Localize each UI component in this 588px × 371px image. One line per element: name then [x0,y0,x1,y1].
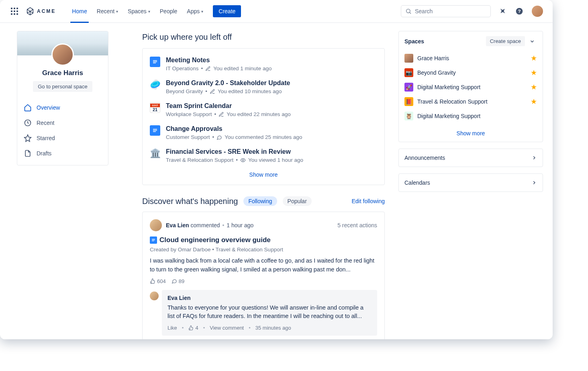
doc-icon [150,125,160,136]
space-avatar-icon [404,54,413,63]
app-frame: ACME HomeRecent▾Spaces▾PeopleApps▾ Creat… [0,0,553,339]
recent-item[interactable]: MAR21 Team Sprint Calendar Workplace Sup… [150,98,377,121]
notifications-icon[interactable] [497,6,508,16]
nav-item-spaces[interactable]: Spaces▾ [123,0,155,23]
tab-popular[interactable]: Popular [283,196,312,206]
svg-rect-5 [153,61,157,62]
search-input[interactable]: Search [401,5,491,17]
recent-item-title: Meeting Notes [166,57,377,64]
star-icon[interactable]: ★ [531,83,537,92]
top-nav: ACME HomeRecent▾Spaces▾PeopleApps▾ Creat… [0,0,553,23]
chevron-down-icon: ▾ [201,9,203,14]
emoji-icon: 🏛️ [150,148,160,159]
svg-rect-8 [153,130,157,131]
comment-time: 35 minutes ago [255,325,291,331]
recent-item-meta: IT Operations• You edited 1 minute ago [166,65,377,71]
collapsed-panel-calendars[interactable]: Calendars [398,173,543,192]
personal-space-button[interactable]: Go to personal space [33,81,92,92]
star-icon[interactable]: ★ [531,54,537,63]
profile-sidebar-card: Grace Harris Go to personal space Overvi… [17,31,108,165]
chevron-right-icon [531,180,537,186]
feed-comment: Eva Lien Thanks to everyone for your que… [162,290,377,336]
comment-like-button[interactable]: Like [167,325,177,331]
pickup-show-more[interactable]: Show more [150,167,377,181]
sidebar-item-starred[interactable]: Starred [17,130,108,146]
edit-following-link[interactable]: Edit following [352,198,385,204]
home-icon [24,104,32,112]
feed-activity-text: Eva Lien commented 1 hour ago [166,222,253,228]
star-icon[interactable]: ★ [531,97,537,106]
recent-item[interactable]: 🏛️ Financial Services - SRE Week in Revi… [150,144,377,167]
user-avatar[interactable] [532,6,543,17]
recent-item-title: Team Sprint Calendar [166,102,377,110]
feed-excerpt: I was walking back from a local cafe wit… [150,257,377,274]
space-item[interactable]: 📷Beyond Gravity★ [403,65,539,80]
feed-actor-avatar[interactable] [150,219,162,231]
create-button[interactable]: Create [213,5,241,17]
space-icon: 🚀 [404,83,413,92]
feed-stats: 604 89 [150,278,377,284]
feed-subtitle: Created by Omar Darboe • Travel & Reloca… [150,247,377,253]
recent-item-title: Change Approvals [166,125,377,132]
recent-item-title: Financial Services - SRE Week in Review [166,148,377,155]
space-item[interactable]: Grace Harris★ [403,51,539,65]
svg-rect-11 [152,239,155,239]
space-icon: 📕 [404,97,413,106]
brand-logo[interactable]: ACME [26,7,56,16]
spaces-dropdown-button[interactable] [527,37,537,46]
nav-item-home[interactable]: Home [67,0,92,23]
recent-item[interactable]: Meeting Notes IT Operations• You edited … [150,53,377,75]
spaces-show-more[interactable]: Show more [399,126,543,142]
star-icon[interactable]: ★ [531,68,537,77]
space-item[interactable]: 🦉Digital Marketing Support [403,109,539,123]
recent-item[interactable]: Change Approvals Customer Support• You c… [150,121,377,144]
space-item[interactable]: 📕Travel & Relocation Support★ [403,94,539,109]
space-item[interactable]: 🚀Digital Marketing Support★ [403,80,539,94]
svg-rect-12 [152,240,155,240]
recent-item-meta: Travel & Relocation Support• You viewed … [166,157,377,163]
recent-item-meta: Workplace Support• You edited 22 minutes… [166,111,377,117]
svg-rect-9 [153,131,156,132]
svg-rect-7 [153,129,157,130]
logo-icon [26,7,35,16]
svg-rect-13 [152,241,154,241]
spaces-panel-title: Spaces [404,38,424,45]
space-icon: 🦉 [404,112,413,120]
discover-header: Discover what's happening Following Popu… [142,196,385,206]
sidebar-item-recent[interactable]: Recent [17,115,108,130]
comment-like-count: 4 [188,325,198,331]
main-column: Pick up where you left off Meeting Notes… [142,31,386,339]
comment-author-avatar[interactable] [150,292,159,300]
space-icon: 📷 [404,68,413,77]
recent-item-title: Beyond Gravity 2.0 - Stakeholder Update [166,80,377,87]
sidebar-item-overview[interactable]: Overview [17,100,108,115]
nav-item-people[interactable]: People [155,0,182,23]
sidebar-avatar[interactable] [51,43,74,66]
view-comment-link[interactable]: View comment [210,325,244,331]
sidebar-user-name: Grace Harris [17,69,108,77]
star-icon [24,134,32,142]
search-icon [405,8,412,14]
tab-following[interactable]: Following [243,196,277,206]
pickup-card: Meeting Notes IT Operations• You edited … [142,48,385,185]
app-switcher-icon[interactable] [10,6,19,16]
nav-item-recent[interactable]: Recent▾ [92,0,123,23]
collapsed-panel-announcements[interactable]: Announcements [398,149,543,167]
chevron-down-icon: ▾ [116,9,118,14]
feed-item: Eva Lien commented 1 hour ago 5 recent a… [142,212,385,339]
comment-actions: Like 4 View comment 35 minutes ago [167,325,372,331]
search-placeholder: Search [415,8,433,14]
nav-item-apps[interactable]: Apps▾ [182,0,208,23]
feed-page-title[interactable]: Cloud engineering overview guide [159,236,271,244]
comment-count[interactable]: 89 [172,278,184,284]
recent-item-meta: Beyond Gravity• You edited 10 minutes ag… [166,88,377,94]
doc-icon [150,236,157,244]
recent-item[interactable]: 🥏 Beyond Gravity 2.0 - Stakeholder Updat… [150,75,377,98]
help-icon[interactable]: ? [514,6,525,16]
like-count[interactable]: 604 [150,278,166,284]
sidebar-item-drafts[interactable]: Drafts [17,146,108,161]
create-space-button[interactable]: Create space [486,36,525,46]
calendar-icon: MAR21 [150,102,160,113]
svg-point-10 [242,159,244,161]
svg-point-0 [406,9,410,13]
